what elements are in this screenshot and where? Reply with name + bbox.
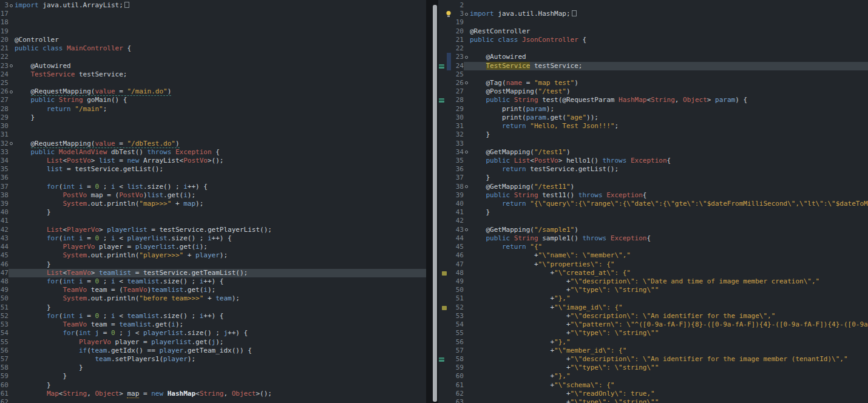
- code-text[interactable]: [470, 70, 868, 79]
- gutter-annotation-column[interactable]: [438, 18, 453, 27]
- code-line[interactable]: 34 List<PostVo> list = new ArrayList<Pos…: [0, 157, 426, 165]
- code-text[interactable]: public ModelAndView dbTest() throws Exce…: [15, 148, 426, 157]
- code-text[interactable]: TeamVo team = teamlist.get(i);: [15, 320, 426, 329]
- code-text[interactable]: System.out.println("before team>>>" + te…: [15, 294, 426, 303]
- gutter-annotation-column[interactable]: [438, 277, 453, 286]
- gutter-annotation-column[interactable]: [438, 96, 453, 104]
- gutter-annotation-column[interactable]: [438, 53, 453, 61]
- code-line[interactable]: 30: [0, 122, 426, 130]
- code-line[interactable]: 26 @RequestMapping(value = "/main.do"): [0, 87, 426, 96]
- code-text[interactable]: return "{": [470, 243, 868, 251]
- code-line[interactable]: 44 public String sample1() throws Except…: [438, 234, 868, 243]
- code-line[interactable]: 26 @Tag(name = "map test"): [438, 79, 868, 87]
- code-line[interactable]: 28 return "/main";: [0, 105, 426, 113]
- code-text[interactable]: [15, 10, 426, 18]
- code-line[interactable]: 33 public ModelAndView dbTest() throws E…: [0, 148, 426, 157]
- code-text[interactable]: @Autowired: [15, 62, 426, 70]
- code-line[interactable]: 37 for(int i = 0 ; i < list.size() ; i++…: [0, 183, 426, 191]
- code-line[interactable]: 2: [438, 1, 868, 10]
- code-text[interactable]: [15, 122, 426, 130]
- code-line[interactable]: 3import java.util.ArrayList;: [0, 1, 426, 10]
- code-line[interactable]: 22: [0, 53, 426, 61]
- gutter-annotation-column[interactable]: [438, 355, 453, 364]
- code-text[interactable]: public String test(@RequestParam HashMap…: [470, 96, 868, 104]
- code-line[interactable]: 19: [438, 18, 868, 27]
- code-line[interactable]: 28 public String test(@RequestParam Hash…: [438, 96, 868, 104]
- gutter-annotation-column[interactable]: [438, 148, 453, 157]
- gutter-annotation-column[interactable]: [438, 286, 453, 294]
- code-line[interactable]: 33: [438, 140, 868, 148]
- gutter-annotation-column[interactable]: [438, 44, 453, 53]
- code-line[interactable]: 60 }: [0, 381, 426, 390]
- code-text[interactable]: @RequestMapping(value = "/dbTest.do"): [15, 140, 426, 148]
- gutter-annotation-column[interactable]: [438, 208, 453, 217]
- code-text[interactable]: @GetMapping("/test11"): [470, 183, 868, 191]
- code-text[interactable]: +"\"type\": \"string\"": [470, 286, 868, 294]
- code-line[interactable]: 46 +"\"name\": \"member\",": [438, 251, 868, 260]
- gutter-annotation-column[interactable]: [438, 320, 453, 329]
- code-text[interactable]: [470, 217, 868, 225]
- code-text[interactable]: }: [470, 208, 868, 217]
- fold-column[interactable]: [464, 79, 470, 87]
- code-line[interactable]: 52 +"\"image_id\": {": [438, 303, 868, 312]
- gutter-annotation-column[interactable]: [438, 87, 453, 96]
- code-text[interactable]: TestService testService;: [15, 70, 426, 79]
- code-text[interactable]: public String goMain() {: [15, 96, 426, 104]
- code-text[interactable]: @RestController: [470, 27, 868, 36]
- code-line[interactable]: 25: [0, 79, 426, 87]
- code-text[interactable]: }: [15, 303, 426, 312]
- code-text[interactable]: [15, 27, 426, 36]
- gutter-annotation-column[interactable]: [438, 62, 453, 70]
- gutter-annotation-column[interactable]: [438, 226, 453, 234]
- code-line[interactable]: 43 for(int i = 0 ; i < playerlist.size()…: [0, 234, 426, 243]
- code-line[interactable]: 47 List<TeamVo> teamlist = testService.g…: [0, 269, 426, 277]
- gutter-annotation-column[interactable]: [438, 364, 453, 372]
- gutter-annotation-column[interactable]: [438, 390, 453, 398]
- code-line[interactable]: 54 +"\"pattern\": \"^([0-9a-fA-F]){8}-([…: [438, 320, 868, 329]
- code-line[interactable]: 43 @GetMapping("/sample1"): [438, 226, 868, 234]
- code-text[interactable]: }: [15, 372, 426, 381]
- gutter-annotation-column[interactable]: [438, 217, 453, 225]
- code-line[interactable]: 32 }: [438, 130, 868, 139]
- code-text[interactable]: +"\"pattern\": \"^([0-9a-fA-F]){8}-([0-9…: [470, 320, 868, 329]
- gutter-annotation-column[interactable]: [438, 372, 453, 381]
- gutter-annotation-column[interactable]: [438, 329, 453, 337]
- code-text[interactable]: [470, 140, 868, 148]
- gutter-annotation-column[interactable]: [438, 398, 453, 403]
- code-text[interactable]: +"\"description\": \"Date and time of im…: [470, 277, 868, 286]
- code-text[interactable]: }: [15, 260, 426, 269]
- gutter-annotation-column[interactable]: [438, 174, 453, 182]
- code-text[interactable]: }: [15, 208, 426, 217]
- code-text[interactable]: @GetMapping("/sample1"): [470, 226, 868, 234]
- code-text[interactable]: +"},": [470, 294, 868, 303]
- code-line[interactable]: 49 TeamVo team = (TeamVo)teamlist.get(i)…: [0, 286, 426, 294]
- code-text[interactable]: System.out.println("map>>>" + map);: [15, 200, 426, 208]
- code-line[interactable]: 18: [0, 18, 426, 27]
- code-line[interactable]: 57 +"\"member_id\": {": [438, 347, 868, 355]
- gutter-annotation-column[interactable]: [438, 27, 453, 36]
- code-line[interactable]: 39 System.out.println("map>>>" + map);: [0, 200, 426, 208]
- code-line[interactable]: 56 +"},": [438, 338, 868, 347]
- gutter-annotation-column[interactable]: [438, 70, 453, 79]
- code-line[interactable]: 53 +"\"description\": \"An identifier fo…: [438, 312, 868, 320]
- code-text[interactable]: +"\"description\": \"An identifier for t…: [470, 355, 868, 364]
- code-line[interactable]: 40 return "{\"query\":{\"range\":{\"date…: [438, 200, 868, 208]
- code-line[interactable]: 37 }: [438, 174, 868, 182]
- code-text[interactable]: [15, 18, 426, 27]
- code-text[interactable]: for(int i = 0 ; i < playerlist.size() ; …: [15, 234, 426, 243]
- code-line[interactable]: 21public class MainController {: [0, 44, 426, 53]
- code-line[interactable]: 42 List<PlayerVo> playerlist = testServi…: [0, 226, 426, 234]
- gutter-annotation-column[interactable]: [438, 200, 453, 208]
- code-line[interactable]: 56 if(team.getIdx() == player.getTeam_id…: [0, 347, 426, 355]
- code-text[interactable]: import java.util.ArrayList;: [15, 1, 426, 10]
- gutter-annotation-column[interactable]: [438, 381, 453, 390]
- code-line[interactable]: 60 +"},": [438, 372, 868, 381]
- code-line[interactable]: 48 +"\"created_at\": {": [438, 269, 868, 277]
- left-editor-vertical-scrollbar[interactable]: [433, 5, 437, 402]
- code-line[interactable]: 23 @Autowired: [0, 62, 426, 70]
- code-line[interactable]: 49 +"\"description\": \"Date and time of…: [438, 277, 868, 286]
- code-line[interactable]: 51 }: [0, 303, 426, 312]
- gutter-annotation-column[interactable]: [438, 234, 453, 243]
- code-line[interactable]: 35 list = testService.getList();: [0, 165, 426, 174]
- code-text[interactable]: [15, 53, 426, 61]
